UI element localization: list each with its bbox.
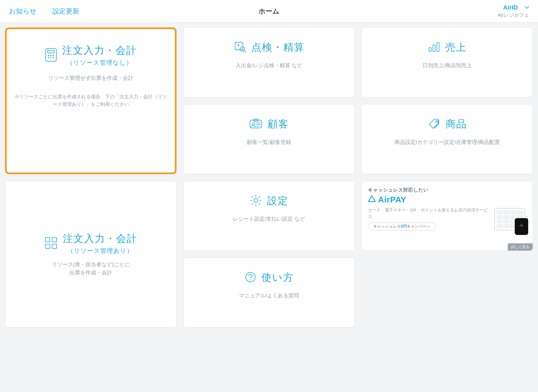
svg-rect-21 (45, 237, 50, 242)
account-menu[interactable]: AirID Airレジカフェ (498, 4, 529, 18)
svg-text:¥: ¥ (238, 43, 240, 47)
svg-point-26 (246, 272, 255, 282)
svg-rect-11 (429, 48, 431, 52)
card-title: 売上 (445, 41, 467, 54)
svg-point-20 (436, 121, 437, 122)
svg-point-5 (48, 57, 49, 58)
svg-rect-1 (48, 50, 54, 53)
promo-more-button[interactable]: 詳しく見る (508, 243, 533, 251)
svg-point-3 (50, 55, 52, 56)
svg-rect-12 (433, 45, 435, 52)
app-header: お知らせ 設定更新 ホーム AirID Airレジカフェ (0, 0, 538, 22)
svg-rect-23 (45, 244, 50, 249)
promo-lead: キャッシュレス対応したい (368, 187, 489, 193)
tag-icon (428, 118, 440, 130)
card-subtitle: （リソース管理なし） (62, 59, 137, 67)
svg-rect-13 (437, 43, 439, 52)
promo-brand: AirPAY (378, 195, 406, 204)
svg-point-7 (53, 57, 54, 58)
card-desc: 商品設定/カテゴリー設定/在庫管理/商品配置 (395, 138, 500, 146)
svg-line-10 (244, 51, 246, 52)
svg-point-27 (250, 279, 251, 281)
notice-link[interactable]: お知らせ (9, 7, 37, 16)
promo-device-image (493, 187, 527, 230)
card-subtitle: （リソース管理あり） (63, 247, 137, 255)
card-note: ※リソースごとに伝票を作成される場合、下の「注文入力・会計（リソース管理あり）」… (13, 93, 168, 108)
card-desc: 顧客一覧/顧客登録 (247, 138, 291, 146)
settings-update-link[interactable]: 設定更新 (52, 7, 79, 16)
card-order-with-resource[interactable]: 注文入力・会計 （リソース管理あり） リソース(席・担当者など)ごとに 伝票を作… (5, 181, 177, 328)
svg-rect-22 (52, 237, 57, 242)
promo-sub: カード・電子マネー・QR・ポイントも使えるお店の決済サービス (368, 207, 489, 220)
id-card-icon (249, 118, 263, 130)
gear-icon (250, 194, 262, 208)
card-order-no-resource[interactable]: 注文入力・会計 （リソース管理なし） リソース管理せず伝票を作成・会計 ※リソー… (5, 27, 177, 174)
bar-chart-icon (428, 41, 440, 54)
svg-point-16 (252, 123, 254, 125)
card-desc: リソース管理せず伝票を作成・会計 (48, 74, 133, 82)
card-title: 注文入力・会計 (62, 44, 137, 57)
card-title: 設定 (267, 194, 288, 208)
card-sales[interactable]: 売上 日別売上/商品別売上 (361, 27, 533, 97)
svg-point-6 (50, 57, 52, 58)
card-desc: 入出金/レジ点検・精算 など (236, 62, 303, 70)
triangle-logo-icon (368, 195, 376, 204)
card-title: 商品 (446, 117, 467, 131)
calculator-icon (45, 48, 57, 63)
card-desc: レシート設定/支払い設定 など (233, 215, 305, 223)
card-title: 顧客 (268, 117, 289, 131)
card-settings[interactable]: 設定 レシート設定/支払い設定 など (183, 181, 355, 251)
card-airpay-promo[interactable]: キャッシュレス対応したい AirPAY カード・電子マネー・QR・ポイントも使え… (361, 181, 533, 251)
card-customer[interactable]: 顧客 顧客一覧/顧客登録 (183, 104, 355, 174)
card-product[interactable]: 商品 商品設定/カテゴリー設定/在庫管理/商品配置 (361, 104, 533, 174)
chevron-down-icon (525, 5, 529, 10)
card-title: 使い方 (261, 271, 294, 284)
airid-label: AirID (503, 4, 518, 11)
card-desc: 日別売上/商品別売上 (423, 62, 472, 70)
store-name: Airレジカフェ (498, 12, 529, 18)
card-inspect[interactable]: ¥ 点検・精算 入出金/レジ点検・精算 など (183, 27, 355, 97)
promo-pill: キャッシュレス0円キャンペーン (368, 223, 436, 230)
card-title: 点検・精算 (251, 41, 305, 54)
svg-point-4 (53, 55, 54, 56)
svg-point-25 (254, 199, 258, 202)
card-howto[interactable]: 使い方 マニュアル/よくある質問 (183, 258, 355, 328)
receipt-search-icon: ¥ (233, 41, 246, 54)
card-title: 注文入力・会計 (63, 232, 137, 246)
svg-point-2 (48, 55, 49, 56)
help-icon (245, 271, 256, 284)
card-desc: リソース(席・担当者など)ごとに 伝票を作成・会計 (52, 261, 130, 277)
card-desc: マニュアル/よくある質問 (239, 292, 299, 300)
grid-squares-icon (44, 236, 58, 251)
svg-rect-24 (52, 244, 57, 249)
home-grid: 注文入力・会計 （リソース管理なし） リソース管理せず伝票を作成・会計 ※リソー… (0, 22, 538, 333)
page-title: ホーム (259, 7, 279, 16)
